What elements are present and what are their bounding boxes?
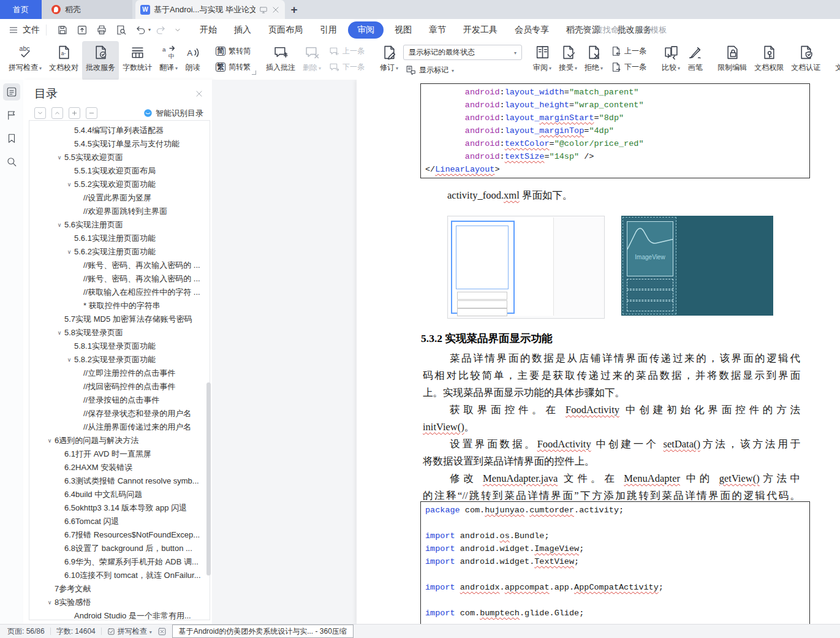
- toc-item[interactable]: ∨5.8.2实现登录页面功能: [29, 353, 210, 366]
- toc-item[interactable]: 5.4.5实现订单显示与支付功能: [29, 137, 210, 151]
- toc-item[interactable]: 7参考文献: [29, 582, 210, 596]
- next-comment-button[interactable]: 下一条: [327, 59, 367, 75]
- toc-item[interactable]: * 获取控件中的字符串: [29, 299, 210, 313]
- accept-button[interactable]: 接受▾: [555, 41, 581, 80]
- toc-item[interactable]: 6.2HAXM 安装错误: [29, 461, 210, 474]
- collapse-up-button[interactable]: [51, 107, 63, 119]
- next-change-button[interactable]: 下一条: [608, 59, 649, 75]
- menu-section[interactable]: 章节: [420, 22, 455, 38]
- close-icon[interactable]: [271, 6, 280, 14]
- file-menu[interactable]: 文件: [9, 25, 40, 36]
- toc-item[interactable]: //找回密码控件的点击事件: [29, 380, 210, 393]
- toc-item[interactable]: ∨6遇到的问题与解决方法: [29, 434, 210, 447]
- toc-item[interactable]: //登录按钮的点击事件: [29, 393, 210, 407]
- chevron-down-icon[interactable]: ∨: [45, 599, 55, 606]
- chevron-down-icon[interactable]: ∨: [64, 357, 74, 363]
- compare-button[interactable]: 比较▾: [658, 41, 684, 80]
- page-indicator[interactable]: 页面: 56/86: [7, 626, 45, 637]
- bookmark-panel-button[interactable]: [3, 130, 20, 147]
- proofread-button[interactable]: a- 文档校对: [45, 41, 82, 80]
- toc-item[interactable]: ∨5.5实现欢迎页面: [29, 151, 210, 164]
- prev-change-button[interactable]: 上一条: [608, 44, 649, 59]
- doc-certify-button[interactable]: 文档认证: [787, 41, 824, 80]
- spell-check-toggle[interactable]: 拼写检查▾: [107, 626, 152, 637]
- toc-item[interactable]: 5.8.1实现登录页面功能: [29, 340, 210, 353]
- toc-item[interactable]: 6.7报错 Resources$NotFoundExcep...: [29, 528, 210, 542]
- document-page[interactable]: android:layout_width="match_parent" andr…: [357, 80, 840, 625]
- track-changes-button[interactable]: 修订▾: [376, 41, 402, 80]
- ink-brush-button[interactable]: 画笔: [684, 41, 706, 80]
- toc-item[interactable]: 6.1打开 AVD 时一直黑屏: [29, 447, 210, 461]
- restrict-edit-button[interactable]: 限制编辑: [714, 41, 751, 80]
- toc-item[interactable]: //从注册界面传递过来的用户名: [29, 420, 210, 434]
- collapse-toolbar-icon[interactable]: [174, 26, 181, 34]
- dialog-launcher-icon[interactable]: [252, 70, 256, 75]
- tab-home[interactable]: 首页: [0, 0, 42, 19]
- toc-item[interactable]: 5.4.4编写订单列表适配器: [29, 124, 210, 137]
- menu-view[interactable]: 视图: [386, 22, 420, 38]
- toc-item[interactable]: 6.10连接不到 tomcat，就连 OnFailur...: [29, 569, 210, 582]
- chevron-down-icon[interactable]: ∨: [55, 330, 64, 336]
- toc-item[interactable]: 6.5okhttp3 3.14 版本导致 app 闪退: [29, 501, 210, 515]
- redo-icon[interactable]: [155, 25, 166, 36]
- toc-item[interactable]: 6.4build 中文乱码问题: [29, 488, 210, 501]
- grading-service-button[interactable]: 批改服务: [82, 41, 119, 80]
- toc-item[interactable]: 6.9华为、荣耀系列手机开始 ADB 调...: [29, 555, 210, 569]
- menu-insert[interactable]: 插入: [225, 22, 260, 38]
- toc-item[interactable]: //设置此界面为竖屏: [29, 191, 210, 205]
- show-markup-button[interactable]: 显示标记▾: [403, 63, 522, 78]
- toc-item[interactable]: //立即注册控件的点击事件: [29, 366, 210, 380]
- chevron-down-icon[interactable]: ∨: [55, 222, 64, 228]
- toc-item[interactable]: //获取输入在相应控件中的字符 ...: [29, 286, 210, 299]
- toc-item[interactable]: 6.8设置了 background 后，button ...: [29, 542, 210, 555]
- chevron-down-icon[interactable]: ∨: [55, 154, 64, 161]
- menu-reference[interactable]: 引用: [311, 22, 346, 38]
- markup-state-dropdown[interactable]: 显示标记的最终状态▾: [403, 45, 522, 60]
- word-count-indicator[interactable]: 字数: 14604: [56, 626, 96, 637]
- insert-comment-button[interactable]: 插入批注: [262, 41, 299, 80]
- trad-to-simp-button[interactable]: 简 繁转简: [213, 44, 253, 59]
- expand-all-button[interactable]: [69, 107, 80, 119]
- toc-item[interactable]: ∨5.5.2实现欢迎页面功能: [29, 178, 210, 191]
- undo-caret[interactable]: ▾: [148, 27, 151, 32]
- toc-item[interactable]: //保存登录状态和登录的用户名: [29, 407, 210, 420]
- toc-item[interactable]: //账号、密码、再次输入密码的 ...: [29, 272, 210, 286]
- menu-page-layout[interactable]: 页面布局: [260, 22, 311, 38]
- toc-item[interactable]: ∨8实验感悟: [29, 596, 210, 609]
- toc-item[interactable]: 5.6.1实现注册页面功能: [29, 232, 210, 245]
- toc-item[interactable]: //账号、密码、再次输入密码的 ...: [29, 259, 210, 272]
- close-icon[interactable]: [195, 89, 203, 98]
- toc-item[interactable]: //欢迎界面跳转到主界面: [29, 205, 210, 218]
- toc-item[interactable]: 6.3测试类报错 Cannot resolve symb...: [29, 474, 210, 488]
- outline-panel-button[interactable]: [3, 83, 20, 101]
- tab-docer[interactable]: 稻壳: [42, 0, 132, 19]
- smart-toc-button[interactable]: 智能识别目录: [143, 108, 203, 119]
- undo-icon[interactable]: [135, 25, 146, 36]
- monitor-icon[interactable]: [259, 6, 268, 14]
- toc-item[interactable]: ∨5.6.2实现注册页面功能: [29, 245, 210, 259]
- prev-comment-button[interactable]: 上一条: [327, 44, 367, 59]
- chevron-down-icon[interactable]: ∨: [64, 249, 74, 255]
- toc-scrollbar[interactable]: [206, 382, 211, 575]
- chevron-down-icon[interactable]: ∨: [64, 181, 74, 188]
- chevron-down-icon[interactable]: ∨: [45, 438, 55, 444]
- export-icon[interactable]: [77, 25, 88, 36]
- reject-button[interactable]: 拒绝▾: [581, 41, 607, 80]
- toc-item[interactable]: 6.6Tomcat 闪退: [29, 515, 210, 528]
- toc-item[interactable]: ∨5.6实现注册页面: [29, 218, 210, 232]
- find-panel-button[interactable]: [3, 153, 20, 170]
- translate-button[interactable]: a中 翻译▾: [156, 41, 181, 80]
- review-pane-button[interactable]: 审阅▾: [529, 41, 555, 80]
- new-tab-button[interactable]: +: [285, 0, 303, 19]
- delete-comment-button[interactable]: 删除▾: [299, 41, 325, 80]
- word-count-button[interactable]: 字数统计: [119, 41, 156, 80]
- simp-to-trad-button[interactable]: 繁 简转繁: [213, 59, 253, 75]
- menu-dev-tools[interactable]: 开发工具: [455, 22, 506, 38]
- print-preview-icon[interactable]: [116, 25, 127, 36]
- flag-panel-button[interactable]: [3, 107, 20, 124]
- spell-check-button[interactable]: abc 拼写检查▾: [5, 41, 45, 80]
- read-aloud-button[interactable]: A 朗读: [181, 41, 204, 80]
- collapse-all-button[interactable]: [86, 107, 97, 119]
- toc-item[interactable]: 5.7实现 MD5 加密算法存储账号密码: [29, 313, 210, 326]
- toc-item[interactable]: Android Studio 是一个非常有用...: [29, 609, 210, 620]
